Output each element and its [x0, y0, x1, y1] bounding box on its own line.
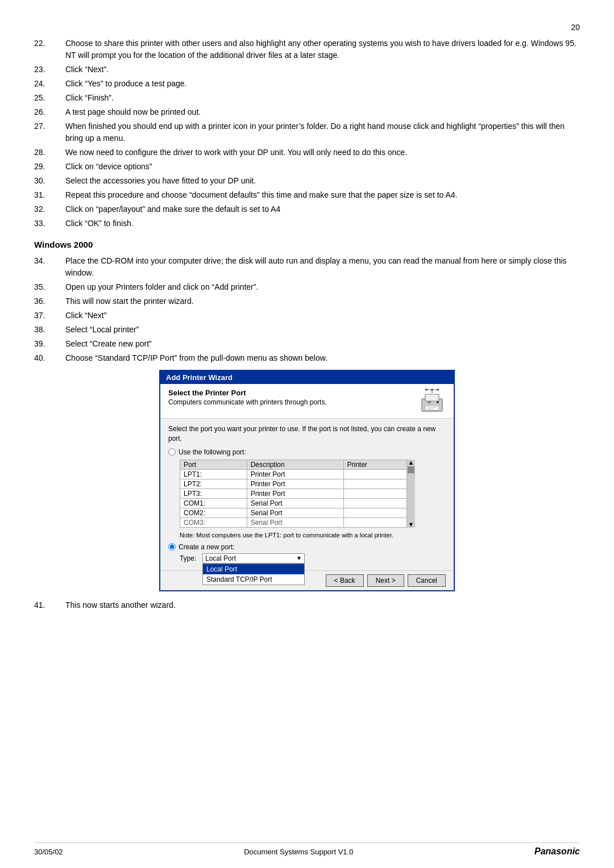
wizard-container: Add Printer Wizard Select the Printer Po… [159, 370, 455, 591]
wizard-section-title: Select the Printer Port [168, 389, 418, 397]
svg-point-4 [437, 401, 439, 403]
dropdown-option-tcp-ip[interactable]: Standard TCP/IP Port [203, 574, 304, 585]
item-num: 29. [34, 161, 65, 173]
list-item: 35.Open up your Printers folder and clic… [34, 281, 580, 293]
item-num: 36. [34, 295, 65, 307]
create-port-radio[interactable] [168, 543, 176, 550]
item-num: 38. [34, 324, 65, 336]
item-text: Select “Create new port” [65, 338, 580, 350]
footer-center: Document Systems Support V1.0 [244, 848, 353, 856]
item-num: 23. [34, 64, 65, 76]
item-num: 26. [34, 106, 65, 118]
page-number: 20 [34, 23, 580, 32]
create-port-radio-row[interactable]: Create a new port: [168, 543, 446, 551]
item-num: 30. [34, 175, 65, 187]
svg-rect-6 [428, 408, 433, 410]
list-item: 26.A test page should now be printed out… [34, 106, 580, 118]
item41-num: 41. [34, 599, 65, 611]
item-num: 25. [34, 92, 65, 104]
table-row: LPT1:Printer Port [180, 469, 407, 479]
back-button[interactable]: < Back [326, 574, 364, 587]
type-row: Type: Local Port ▼ Local Port Standard T… [180, 553, 446, 564]
item-num: 22. [34, 37, 65, 61]
item-text: Select “Local printer” [65, 324, 580, 336]
col-port: Port [180, 460, 247, 469]
item-num: 40. [34, 352, 65, 364]
list-item: 23.Click “Next”. [34, 64, 580, 76]
dropdown-option-local-port[interactable]: Local Port [203, 564, 304, 574]
use-port-radio[interactable] [168, 448, 176, 456]
list-item: 41. This now starts another wizard. [34, 599, 580, 611]
list-item: 34.Place the CD-ROM into your computer d… [34, 255, 580, 279]
list-item: 22.Choose to share this printer with oth… [34, 37, 580, 61]
svg-point-12 [437, 389, 439, 391]
table-row: LPT3:Printer Port [180, 489, 407, 498]
next-button[interactable]: Next > [367, 574, 404, 587]
item-text: When finished you should end up with a p… [65, 120, 580, 144]
item41-text: This now starts another wizard. [65, 599, 580, 611]
list-item: 39.Select “Create new port” [34, 338, 580, 350]
item-num: 32. [34, 203, 65, 215]
item-text: Click “OK” to finish. [65, 218, 580, 229]
item-text: We now need to configure the driver to w… [65, 147, 580, 158]
scroll-down-arrow[interactable]: ▼ [408, 521, 414, 528]
table-scrollbar[interactable]: ▲ ▼ [407, 460, 415, 528]
item-text: Choose to share this printer with other … [65, 37, 580, 61]
wizard-title-bar: Add Printer Wizard [160, 371, 454, 384]
svg-point-10 [425, 389, 428, 391]
use-port-radio-row[interactable]: Use the following port: [168, 448, 446, 456]
table-row: COM2:Serial Port [180, 508, 407, 518]
windows2000-list: 34.Place the CD-ROM into your computer d… [34, 255, 580, 364]
cancel-button[interactable]: Cancel [408, 574, 446, 587]
list-item: 24.Click “Yes” to produce a test page. [34, 78, 580, 90]
item41-list: 41. This now starts another wizard. [34, 599, 580, 611]
port-type-dropdown[interactable]: Local Port ▼ Local Port Standard TCP/IP … [202, 553, 305, 564]
item-num: 34. [34, 255, 65, 279]
item-text: Repeat this procedure and choose “docume… [65, 189, 580, 201]
item-num: 33. [34, 218, 65, 229]
wizard-desc: Select the port you want your printer to… [168, 424, 446, 444]
svg-rect-5 [428, 407, 437, 408]
list-item: 36.This will now start the printer wizar… [34, 295, 580, 307]
list-item: 33.Click “OK” to finish. [34, 218, 580, 229]
item-text: Click “Next”. [65, 64, 580, 76]
dropdown-arrow-icon: ▼ [296, 555, 302, 561]
item-num: 27. [34, 120, 65, 144]
list-item: 38.Select “Local printer” [34, 324, 580, 336]
footer-brand: Panasonic [534, 846, 580, 857]
table-row: COM1:Serial Port [180, 498, 407, 508]
col-printer: Printer [343, 460, 406, 469]
svg-rect-3 [428, 401, 431, 403]
item-num: 39. [34, 338, 65, 350]
list-item: 32.Click on “paper/layout” and make sure… [34, 203, 580, 215]
item-text: Click “Yes” to produce a test page. [65, 78, 580, 90]
list-item: 30.Select the accessories you have fitte… [34, 175, 580, 187]
item-text: Place the CD-ROM into your computer driv… [65, 255, 580, 279]
svg-rect-2 [425, 406, 439, 410]
page-footer: 30/05/02 Document Systems Support V1.0 P… [34, 842, 580, 857]
list-item: 31.Repeat this procedure and choose “doc… [34, 189, 580, 201]
list-item: 40.Choose “Standard TCP/IP Port” from th… [34, 352, 580, 364]
dropdown-current-value: Local Port [205, 554, 296, 562]
use-port-label: Use the following port: [179, 448, 246, 456]
item-text: Click “Finish”. [65, 92, 580, 104]
table-row: COM3:Serial Port [180, 518, 407, 527]
list-item: 37.Click “Next” [34, 310, 580, 322]
item-num: 28. [34, 147, 65, 158]
instructions-list: 22.Choose to share this printer with oth… [34, 37, 580, 229]
create-port-label: Create a new port: [179, 543, 235, 551]
wizard-icon [418, 389, 446, 416]
list-item: 28.We now need to configure the driver t… [34, 147, 580, 158]
scrollbar-thumb[interactable] [408, 466, 414, 473]
scroll-up-arrow[interactable]: ▲ [408, 460, 414, 466]
item-num: 35. [34, 281, 65, 293]
footer-date: 30/05/02 [34, 848, 63, 856]
item-num: 31. [34, 189, 65, 201]
dropdown-popup: Local Port Standard TCP/IP Port [202, 564, 305, 585]
item-text: Choose “Standard TCP/IP Port” from the p… [65, 352, 580, 364]
wizard-section-sub: Computers communicate with printers thro… [168, 398, 418, 406]
item-text: A test page should now be printed out. [65, 106, 580, 118]
item-text: Click on “paper/layout” and make sure th… [65, 203, 580, 215]
port-table: Port Description Printer LPT1:Printer Po… [180, 460, 407, 528]
list-item: 27.When finished you should end up with … [34, 120, 580, 144]
